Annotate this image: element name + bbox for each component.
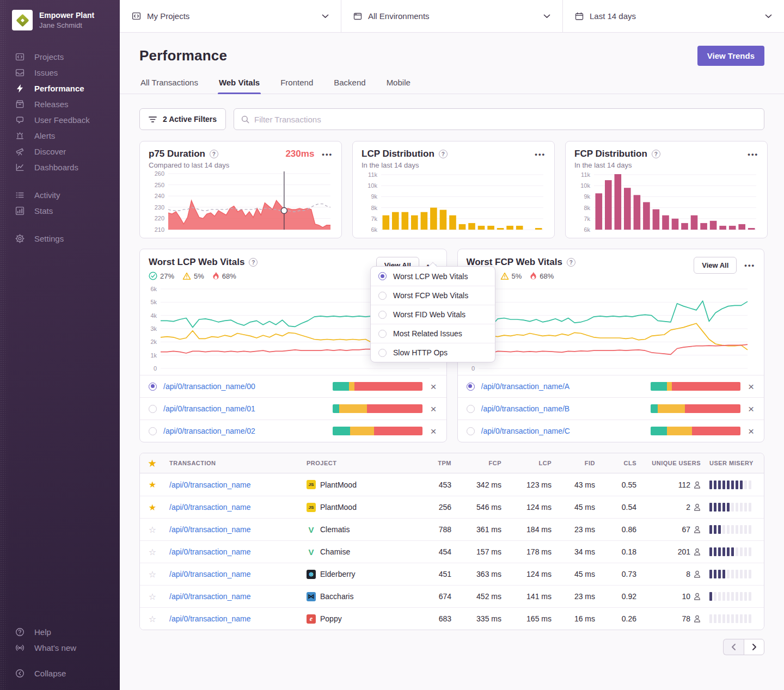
menu-radio[interactable] [378, 311, 387, 319]
tab-all-transactions[interactable]: All Transactions [139, 78, 199, 94]
menu-radio[interactable] [378, 292, 387, 300]
sidebar-item-label: Performance [34, 84, 84, 93]
sidebar-item-projects[interactable]: Projects [13, 49, 120, 65]
transaction-radio[interactable] [467, 383, 475, 391]
active-filters-button[interactable]: 2 Active Filters [139, 108, 226, 130]
close-icon[interactable]: × [747, 381, 755, 392]
star-toggle[interactable]: ★ [140, 479, 165, 490]
column-header-fcp[interactable]: FCP [456, 460, 506, 466]
sidebar-item-discover[interactable]: Discover [13, 144, 120, 159]
help-icon[interactable]: ? [652, 150, 660, 158]
star-toggle[interactable]: ★ [140, 502, 165, 513]
transaction-link[interactable]: /api/0/transaction_name [169, 592, 250, 601]
sidebar-item-stats[interactable]: Stats [13, 203, 120, 219]
column-header-transaction[interactable]: TRANSACTION [165, 460, 302, 466]
menu-item-worst-fid-web-vitals[interactable]: Worst FID Web Vitals [371, 305, 495, 324]
sidebar-item-label: Help [34, 627, 51, 637]
help-icon[interactable]: ? [567, 258, 575, 267]
menu-radio[interactable] [378, 330, 387, 338]
column-header-user-misery[interactable]: USER MISERY [705, 460, 764, 466]
menu-radio[interactable] [378, 349, 387, 357]
sidebar-item-activity[interactable]: Activity [13, 187, 120, 203]
column-header-tpm[interactable]: TPM [421, 460, 456, 466]
transaction-link[interactable]: /api/0/transaction_name [169, 480, 250, 489]
search-input[interactable] [254, 115, 757, 124]
transaction-radio[interactable] [467, 405, 475, 413]
close-icon[interactable]: × [747, 404, 755, 414]
sidebar-item-what-s-new[interactable]: What's new [13, 640, 120, 656]
transaction-link[interactable]: /api/0/transaction_name/B [481, 404, 644, 413]
filter-icon [149, 116, 157, 123]
menu-radio[interactable] [378, 272, 387, 280]
sidebar-item-dashboards[interactable]: Dashboards [13, 159, 120, 175]
baccharis-platform-icon: ⋈ [307, 592, 316, 601]
help-icon[interactable]: ? [439, 150, 448, 158]
menu-item-most-related-issues[interactable]: Most Related Issues [371, 324, 495, 343]
help-icon[interactable]: ? [249, 258, 258, 267]
transaction-link[interactable]: /api/0/transaction_name/C [481, 427, 644, 435]
column-header-fid[interactable]: FID [556, 460, 599, 466]
sidebar-item-settings[interactable]: Settings [13, 231, 120, 247]
close-icon[interactable]: × [429, 404, 437, 414]
menu-item-worst-lcp-web-vitals[interactable]: Worst LCP Web Vitals [371, 267, 495, 286]
person-icon [694, 548, 701, 556]
transaction-radio[interactable] [149, 427, 157, 435]
star-toggle[interactable]: ☆ [140, 547, 165, 557]
transaction-link[interactable]: /api/0/transaction_name [169, 614, 250, 623]
transaction-radio[interactable] [467, 427, 475, 435]
sidebar-item-alerts[interactable]: Alerts [13, 128, 120, 144]
flame-icon [212, 272, 219, 280]
column-header-project[interactable]: PROJECT [302, 460, 421, 466]
star-column-header-icon[interactable]: ★ [140, 458, 165, 469]
star-toggle[interactable]: ☆ [140, 525, 165, 535]
transaction-link[interactable]: /api/0/transaction_name/02 [163, 427, 326, 435]
column-header-unique-users[interactable]: UNIQUE USERS [641, 460, 705, 466]
p75-value: 230ms [285, 149, 314, 159]
more-options-icon[interactable]: ••• [744, 261, 755, 270]
transaction-link[interactable]: /api/0/transaction_name/01 [163, 404, 326, 413]
tab-backend[interactable]: Backend [333, 78, 366, 94]
date-range-dropdown[interactable]: Last 14 days [562, 0, 784, 32]
view-trends-button[interactable]: View Trends [697, 46, 764, 66]
svg-text:230: 230 [155, 204, 164, 211]
close-icon[interactable]: × [429, 426, 437, 436]
sidebar-item-user-feedback[interactable]: User Feedback [13, 112, 120, 128]
sidebar-item-issues[interactable]: Issues [13, 65, 120, 81]
transaction-radio[interactable] [149, 383, 157, 391]
more-options-icon[interactable]: ••• [535, 150, 546, 159]
unique-users-value: 67 [682, 525, 690, 534]
menu-item-slow-http-ops[interactable]: Slow HTTP Ops [371, 343, 495, 362]
sidebar-item-performance[interactable]: Performance [13, 81, 120, 96]
column-header-lcp[interactable]: LCP [506, 460, 556, 466]
transaction-link[interactable]: /api/0/transaction_name [169, 503, 250, 512]
more-options-icon[interactable]: ••• [322, 150, 333, 159]
transaction-radio[interactable] [149, 405, 157, 413]
transaction-link[interactable]: /api/0/transaction_name [169, 547, 250, 556]
sidebar-item-collapse[interactable]: Collapse [13, 666, 120, 681]
transaction-link[interactable]: /api/0/transaction_name [169, 570, 250, 578]
star-toggle[interactable]: ☆ [140, 592, 165, 602]
project-filter-dropdown[interactable]: My Projects [120, 0, 341, 32]
sidebar-item-releases[interactable]: Releases [13, 96, 120, 112]
tab-web-vitals[interactable]: Web Vitals [218, 78, 261, 94]
column-header-cls[interactable]: CLS [599, 460, 641, 466]
help-icon[interactable]: ? [210, 150, 218, 158]
tab-bar: All TransactionsWeb VitalsFrontendBacken… [120, 78, 784, 94]
tab-frontend[interactable]: Frontend [279, 78, 314, 94]
close-icon[interactable]: × [747, 426, 755, 436]
star-toggle[interactable]: ☆ [140, 569, 165, 580]
transaction-link[interactable]: /api/0/transaction_name [169, 525, 250, 534]
close-icon[interactable]: × [429, 381, 437, 392]
transaction-link[interactable]: /api/0/transaction_name/A [481, 382, 644, 391]
org-switcher[interactable]: Empower Plant Jane Schmidt [0, 0, 120, 36]
tab-mobile[interactable]: Mobile [385, 78, 412, 94]
environment-filter-dropdown[interactable]: All Environments [341, 0, 562, 32]
menu-item-worst-fcp-web-vitals[interactable]: Worst FCP Web Vitals [371, 286, 495, 305]
next-page-button[interactable] [744, 639, 764, 655]
previous-page-button[interactable] [723, 639, 744, 655]
view-all-button[interactable]: View All [694, 257, 737, 274]
more-options-icon[interactable]: ••• [748, 150, 758, 159]
transaction-link[interactable]: /api/0/transaction_name/00 [163, 382, 326, 391]
star-toggle[interactable]: ☆ [140, 614, 165, 624]
sidebar-item-help[interactable]: Help [13, 624, 120, 640]
